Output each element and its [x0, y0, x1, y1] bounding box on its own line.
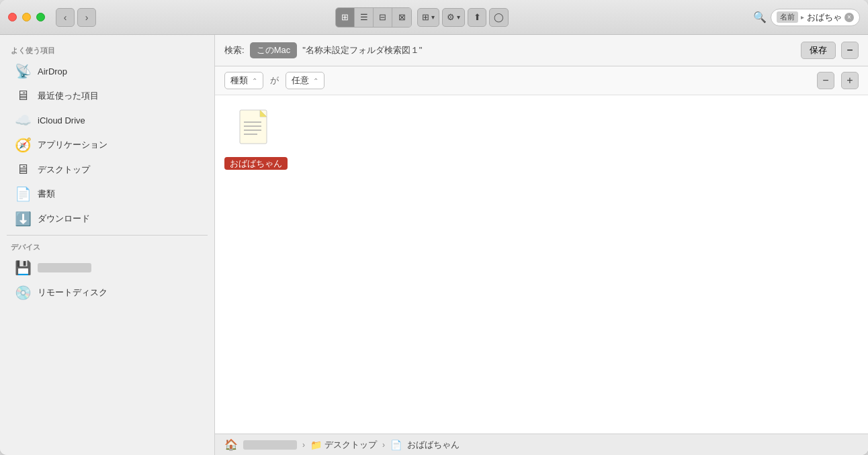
sidebar-label-applications: アプリケーション: [38, 139, 107, 151]
search-icon: 🔍: [753, 11, 767, 23]
view-icon-button[interactable]: ⊞: [336, 8, 355, 27]
sidebar-item-documents[interactable]: 📄 書類: [4, 182, 210, 206]
value-filter-arrow-icon: ⌃: [313, 77, 318, 85]
share-button[interactable]: ⬆: [468, 8, 486, 27]
airdrop-icon: 📡: [15, 63, 31, 79]
document-icon-svg: [238, 109, 273, 152]
group-arrow-icon: ▾: [431, 13, 435, 21]
documents-icon: 📄: [15, 186, 31, 202]
devices-section-title: デバイス: [0, 240, 214, 255]
view-columns-button[interactable]: ⊟: [374, 8, 392, 27]
sidebar-item-downloads[interactable]: ⬇️ ダウンロード: [4, 207, 210, 231]
hdd-label-blurred: [38, 263, 91, 272]
tag-button[interactable]: ◯: [489, 8, 509, 27]
remote-disc-icon: 💿: [15, 285, 31, 301]
status-folder: 📁 デスクトップ: [310, 439, 377, 451]
search-area: 🔍 名前 ▸ おばちゃ ×: [753, 9, 860, 26]
sidebar-label-icloud: iCloud Drive: [38, 115, 85, 125]
main-area: よく使う項目 📡 AirDrop 🖥 最近使った項目 ☁️ iCloud Dri…: [0, 35, 868, 455]
sidebar-item-icloud[interactable]: ☁️ iCloud Drive: [4, 108, 210, 132]
save-button[interactable]: 保存: [801, 42, 836, 59]
file-label-selected: おばばちゃん: [224, 157, 288, 170]
downloads-icon: ⬇️: [15, 211, 31, 227]
forward-button[interactable]: ›: [77, 8, 96, 27]
action-button[interactable]: ⚙ ▾: [442, 8, 465, 27]
favorites-section-title: よく使う項目: [0, 43, 214, 58]
content-area: 検索: このMac "名称未設定フォルダ検索図１" 保存 − 種類 ⌃ が 任意…: [215, 35, 868, 455]
file-label-container: おばばちゃん: [224, 157, 288, 170]
sidebar-divider: [7, 235, 208, 236]
share-icon: ⬆: [474, 12, 481, 22]
finder-window: ‹ › ⊞ ☰ ⊟ ⊠ ⊞ ▾ ⚙ ▾ ⬆ ◯: [0, 0, 868, 455]
minimize-button[interactable]: [22, 13, 31, 21]
hdd-icon: 💾: [15, 260, 31, 276]
search-text: おばちゃ: [807, 11, 842, 23]
sidebar-label-downloads: ダウンロード: [38, 213, 90, 225]
search-box[interactable]: 名前 ▸ おばちゃ ×: [771, 9, 860, 26]
traffic-lights: [8, 13, 45, 21]
home-icon: 🏠: [224, 438, 238, 451]
search-minus-button[interactable]: −: [841, 42, 859, 59]
view-toggle-group: ⊞ ☰ ⊟ ⊠: [335, 7, 412, 28]
value-filter-label: 任意: [292, 74, 309, 87]
breadcrumb-arrow-1: ›: [302, 440, 305, 450]
kind-filter-select[interactable]: 種類 ⌃: [224, 72, 263, 89]
recents-icon: 🖥: [15, 88, 31, 103]
view-list-button[interactable]: ☰: [355, 8, 374, 27]
icloud-icon: ☁️: [15, 112, 31, 128]
folder-icon: 📁: [310, 440, 322, 450]
scope-this-mac-button[interactable]: このMac: [250, 42, 298, 58]
filter-minus-button[interactable]: −: [817, 72, 834, 89]
file-status-name: おばばちゃん: [407, 439, 460, 451]
applications-icon: 🧭: [15, 137, 31, 153]
file-grid: おばばちゃん: [215, 95, 868, 434]
file-icon-container: [236, 106, 276, 154]
tag-icon: ◯: [494, 12, 504, 22]
file-status-icon: 📄: [390, 440, 402, 450]
kind-filter-arrow-icon: ⌃: [252, 77, 257, 85]
folder-name: デスクトップ: [324, 439, 377, 451]
gear-icon: ⚙: [447, 12, 455, 22]
sidebar-item-recents[interactable]: 🖥 最近使った項目: [4, 84, 210, 107]
nav-buttons: ‹ ›: [56, 8, 96, 27]
sidebar-label-airdrop: AirDrop: [38, 66, 67, 77]
search-clear-button[interactable]: ×: [844, 13, 854, 22]
value-filter-select[interactable]: 任意 ⌃: [286, 72, 324, 89]
scope-folder-name: "名称未設定フォルダ検索図１": [302, 44, 422, 56]
filter-connector: が: [270, 74, 279, 87]
breadcrumb-arrow-2: ›: [382, 440, 385, 450]
status-bar: 🏠 › 📁 デスクトップ › 📄 おばばちゃん: [215, 434, 868, 455]
sidebar-item-airdrop[interactable]: 📡 AirDrop: [4, 59, 210, 83]
search-tag: 名前: [777, 11, 798, 23]
sidebar-label-recents: 最近使った項目: [38, 90, 99, 102]
sidebar-label-desktop: デスクトップ: [38, 164, 90, 176]
sidebar-item-remote-disc[interactable]: 💿 リモートディスク: [4, 281, 210, 305]
back-button[interactable]: ‹: [56, 8, 75, 27]
filter-row: 種類 ⌃ が 任意 ⌃ − +: [215, 66, 868, 95]
search-arrow-icon: ▸: [801, 13, 804, 21]
toolbar-center: ⊞ ☰ ⊟ ⊠ ⊞ ▾ ⚙ ▾ ⬆ ◯: [96, 7, 748, 28]
file-item[interactable]: おばばちゃん: [226, 106, 286, 170]
sidebar-item-desktop[interactable]: 🖥 デスクトップ: [4, 158, 210, 181]
group-button[interactable]: ⊞ ▾: [417, 8, 439, 27]
search-bar-label: 検索:: [224, 44, 245, 56]
search-bar: 検索: このMac "名称未設定フォルダ検索図１" 保存 −: [215, 35, 868, 66]
sidebar-item-applications[interactable]: 🧭 アプリケーション: [4, 133, 210, 157]
sidebar: よく使う項目 📡 AirDrop 🖥 最近使った項目 ☁️ iCloud Dri…: [0, 35, 215, 455]
sidebar-item-hdd[interactable]: 💾: [4, 256, 210, 280]
user-name-blurred: [243, 440, 297, 450]
sidebar-label-documents: 書類: [38, 188, 55, 200]
view-coverflow-button[interactable]: ⊠: [392, 8, 411, 27]
titlebar: ‹ › ⊞ ☰ ⊟ ⊠ ⊞ ▾ ⚙ ▾ ⬆ ◯: [0, 0, 868, 35]
group-icon: ⊞: [422, 12, 429, 22]
maximize-button[interactable]: [36, 13, 45, 21]
close-button[interactable]: [8, 13, 17, 21]
sidebar-label-remote-disc: リモートディスク: [38, 287, 107, 299]
kind-filter-label: 種類: [230, 74, 248, 87]
filter-plus-button[interactable]: +: [841, 72, 859, 89]
desktop-icon: 🖥: [15, 162, 31, 177]
action-arrow-icon: ▾: [457, 13, 460, 21]
